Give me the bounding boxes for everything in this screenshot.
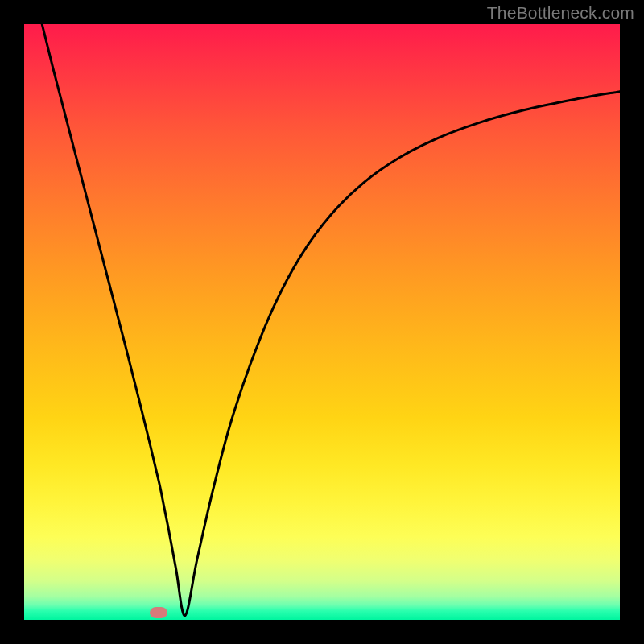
chart-container: TheBottleneck.com — [0, 0, 644, 644]
optimal-marker — [150, 607, 167, 618]
curve-svg — [24, 24, 620, 620]
bottleneck-curve — [42, 24, 620, 616]
plot-area — [24, 24, 620, 620]
watermark-text: TheBottleneck.com — [487, 3, 634, 23]
